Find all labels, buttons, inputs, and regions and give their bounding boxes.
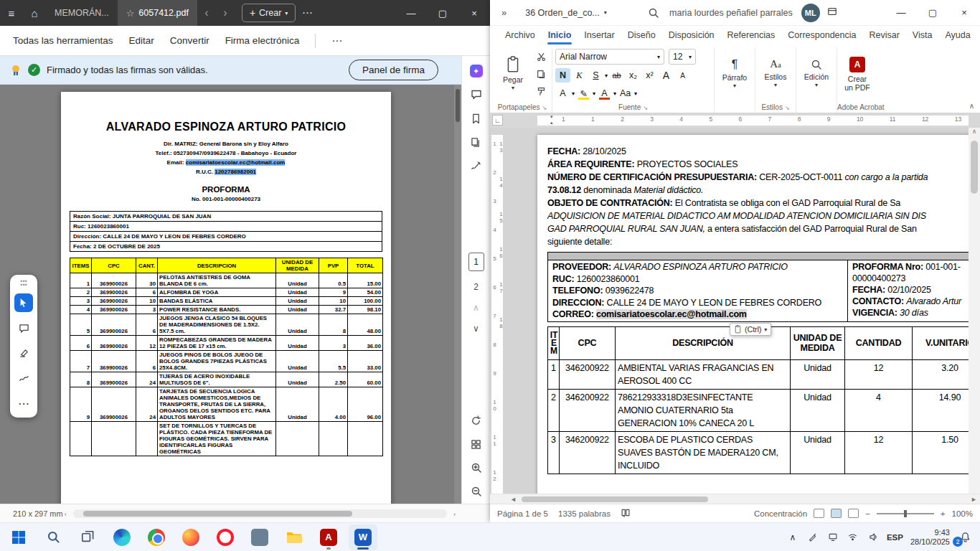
scroll-right-icon[interactable]: ► xyxy=(971,494,977,504)
signature-panel-button[interactable]: Panel de firma xyxy=(349,60,438,80)
styles-dialog-launcher-icon[interactable]: ↘ xyxy=(785,105,790,111)
change-case-options-icon[interactable]: ▾ xyxy=(634,90,637,97)
tab-referencias[interactable]: Referencias xyxy=(721,27,782,44)
tab-acrobat-clipped[interactable]: A xyxy=(977,27,980,44)
hidden-icons-chevron[interactable]: ∧ xyxy=(786,531,799,544)
tab-memorandum[interactable]: MEMORÁN... xyxy=(46,0,118,26)
font-dialog-launcher-icon[interactable]: ↘ xyxy=(643,105,648,111)
web-layout-icon[interactable] xyxy=(848,509,859,518)
taskbar-firefox-icon[interactable] xyxy=(176,524,205,550)
comment-tool-button[interactable] xyxy=(14,319,33,337)
tab-revisar[interactable]: Revisar xyxy=(862,27,905,44)
zoom-out-icon[interactable] xyxy=(470,485,483,498)
toolbar-more-icon[interactable]: ⋯ xyxy=(331,34,342,47)
highlight-options-icon[interactable]: ▾ xyxy=(593,90,595,97)
pdf-horizontal-scrollbar[interactable]: ‹ › xyxy=(73,509,447,518)
page-number-current[interactable]: 1 xyxy=(468,253,484,271)
menu-all-tools[interactable]: Todas las herramientas xyxy=(13,35,113,46)
pen-input-icon[interactable] xyxy=(806,531,819,544)
bookmarks-panel-icon[interactable] xyxy=(470,112,483,125)
strikethrough-button[interactable]: ab xyxy=(609,68,624,83)
menu-icon[interactable]: ≡ xyxy=(0,7,23,19)
tab-correspondencia[interactable]: Correspondencia xyxy=(781,27,862,44)
tab-pdf[interactable]: ☆ 6057412.pdf xyxy=(118,0,197,26)
font-color-button[interactable]: A xyxy=(597,86,612,100)
more-options-icon[interactable]: ⋯ xyxy=(296,6,319,19)
copy-button[interactable] xyxy=(533,67,549,81)
pdf-ruc-selected[interactable]: 1202786982001 xyxy=(215,169,256,175)
page-count-label[interactable]: Página 1 de 5 xyxy=(497,509,548,518)
select-tool-button[interactable] xyxy=(14,293,33,312)
scrollbar-thumb[interactable] xyxy=(971,141,978,194)
draw-tool-button[interactable] xyxy=(14,369,33,387)
bold-button[interactable]: N xyxy=(555,68,570,83)
pdf-email-selected[interactable]: comisariatoescolar.ec@hotmail.com xyxy=(186,159,286,166)
font-name-select[interactable]: Arial Narrow▾ xyxy=(555,49,664,65)
scrollbar-thumb[interactable] xyxy=(83,511,352,517)
taskbar-search-button[interactable] xyxy=(39,524,67,550)
font-color-options-icon[interactable]: ▾ xyxy=(613,90,616,97)
tab-vista[interactable]: Vista xyxy=(906,27,939,44)
change-case-button[interactable]: Aa xyxy=(618,86,633,100)
ai-assistant-icon[interactable]: ✦ xyxy=(470,65,483,77)
back-icon[interactable]: ‹ xyxy=(197,6,216,19)
taskbar-edge-icon[interactable] xyxy=(108,524,136,550)
scroll-left-icon[interactable]: ‹ xyxy=(65,509,67,519)
read-mode-icon[interactable] xyxy=(814,509,824,518)
page-number-2[interactable]: 2 xyxy=(473,282,479,292)
tab-archivo[interactable]: Archivo xyxy=(499,27,542,44)
restore-button[interactable]: ▢ xyxy=(917,0,948,26)
comments-panel-icon[interactable] xyxy=(470,88,483,101)
maximize-button[interactable]: ▢ xyxy=(427,0,458,26)
indent-markers[interactable]: ▾▴ xyxy=(550,114,553,126)
tab-inicio[interactable]: Inicio xyxy=(542,27,578,44)
minimize-button[interactable]: — xyxy=(885,0,917,26)
highlight-color-button[interactable]: ✎ xyxy=(576,86,591,100)
paragraph-menu-button[interactable]: ¶ Párrafo▾ xyxy=(717,49,752,99)
document-title[interactable]: 36 Orden_de_co... ▾ xyxy=(525,8,607,18)
task-view-button[interactable] xyxy=(73,524,102,550)
tab-diseno[interactable]: Diseño xyxy=(621,27,662,44)
tab-insertar[interactable]: Insertar xyxy=(578,27,621,44)
word-horizontal-scrollbar[interactable]: ◄ ► xyxy=(490,494,980,504)
ribbon-display-options-icon[interactable] xyxy=(820,6,844,19)
taskbar-file-explorer-icon[interactable] xyxy=(280,524,308,550)
search-icon[interactable] xyxy=(648,7,659,19)
underline-options-icon[interactable]: ▾ xyxy=(605,72,608,79)
create-pdf-button[interactable]: A Crearun PDF xyxy=(840,49,875,99)
text-effects-options-icon[interactable]: ▾ xyxy=(572,90,575,97)
rotate-page-icon[interactable] xyxy=(470,414,483,427)
close-button[interactable]: × xyxy=(948,0,980,26)
star-icon[interactable]: ☆ xyxy=(126,8,135,19)
menu-esign[interactable]: Firma electrónica xyxy=(225,35,300,46)
create-button[interactable]: + Crear ▾ xyxy=(242,4,296,22)
taskbar-clock[interactable]: 9:43 28/10/2025 xyxy=(910,528,950,547)
avatar[interactable]: ML xyxy=(801,4,820,22)
account-user-name[interactable]: maria lourdes peñafiel parrales xyxy=(669,8,793,18)
taskbar-acrobat-icon[interactable]: A xyxy=(314,524,343,550)
zoom-slider-thumb[interactable] xyxy=(904,510,907,517)
tab-ayuda[interactable]: Ayuda xyxy=(938,27,976,44)
scroll-up-icon[interactable]: ∧ xyxy=(972,128,977,135)
taskbar-app-icon[interactable] xyxy=(245,524,274,550)
scroll-right-icon[interactable]: › xyxy=(453,509,456,519)
signature-panel-icon[interactable] xyxy=(470,159,483,172)
editing-menu-button[interactable]: Edición▾ xyxy=(799,49,834,99)
taskbar-opera-icon[interactable] xyxy=(211,524,240,550)
pdf-vertical-scrollbar[interactable] xyxy=(454,85,461,504)
spellcheck-icon[interactable] xyxy=(621,508,631,519)
print-layout-icon[interactable] xyxy=(831,509,842,518)
word-vertical-scrollbar[interactable]: ∧ xyxy=(969,128,980,494)
volume-icon[interactable] xyxy=(867,531,880,544)
page-up-icon[interactable]: ∧ xyxy=(473,303,479,313)
collapse-ribbon-icon[interactable]: ∧ xyxy=(969,102,974,110)
text-effects-button[interactable]: A xyxy=(555,86,570,100)
menu-convert[interactable]: Convertir xyxy=(170,35,209,46)
underline-button[interactable]: S xyxy=(588,68,603,83)
superscript-button[interactable]: x² xyxy=(642,68,657,83)
zoom-in-icon[interactable] xyxy=(470,461,483,474)
language-indicator[interactable]: ESP xyxy=(887,533,903,542)
display-icon[interactable] xyxy=(826,531,839,544)
quick-access-overflow-icon[interactable]: » xyxy=(501,7,507,18)
format-painter-button[interactable] xyxy=(533,84,549,98)
